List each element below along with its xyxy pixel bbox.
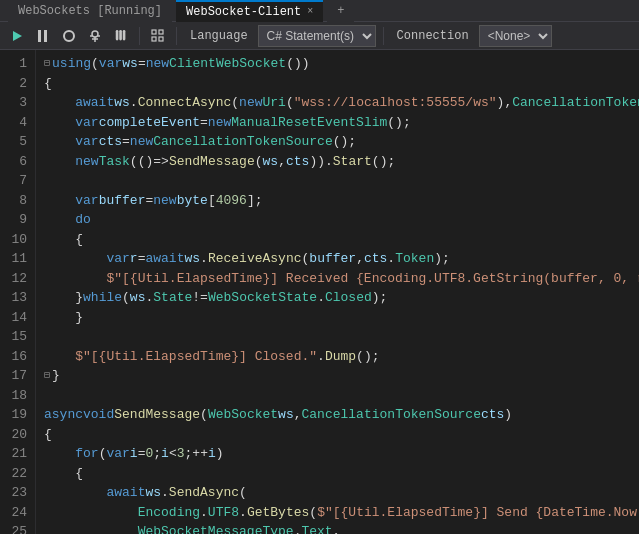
line-number-8: 8 [0,191,35,211]
connection-select[interactable]: <None> [479,25,552,47]
title-bar: WebSockets [Running] WebSocket-Client × … [0,0,639,22]
code-area[interactable]: ⊟using (var ws = new ClientWebSocket()){… [36,50,639,534]
tab-new[interactable]: + [327,0,354,22]
language-label: Language [184,29,254,43]
tab-websockets-label: WebSockets [Running] [18,4,162,18]
line-number-1: 1 [0,54,35,74]
code-line-5: var cts = new CancellationTokenSource(); [44,132,639,152]
collapse-icon-1[interactable]: ⊟ [44,54,50,74]
svg-rect-10 [119,29,122,40]
svg-rect-15 [159,37,163,41]
run-button[interactable] [6,25,28,47]
code-line-7 [44,171,639,191]
code-line-23: await ws.SendAsync( [44,483,639,503]
code-line-13: } while (ws.State != WebSocketState.Clos… [44,288,639,308]
line-number-21: 21 [0,444,35,464]
line-number-9: 9 [0,210,35,230]
new-tab-icon: + [337,4,344,18]
code-line-24: Encoding.UTF8.GetBytes($"[{Util.ElapsedT… [44,503,639,523]
svg-point-3 [64,31,74,41]
separator-2 [176,27,177,45]
code-line-25: WebSocketMessageType.Text, [44,522,639,534]
separator-3 [383,27,384,45]
line-number-7: 7 [0,171,35,191]
line-number-10: 10 [0,230,35,250]
line-number-25: 25 [0,522,35,534]
code-line-11: var r = await ws.ReceiveAsync(buffer, ct… [44,249,639,269]
line-number-24: 24 [0,503,35,523]
line-number-11: 11 [0,249,35,269]
cancel-button[interactable] [58,25,80,47]
code-line-16: $"[{Util.ElapsedTime}] Closed.".Dump(); [44,347,639,367]
code-line-9: do [44,210,639,230]
code-editor: 1234567891011121314151617181920212223242… [0,50,639,534]
svg-marker-0 [13,31,22,41]
svg-rect-11 [123,29,126,40]
language-select[interactable]: C# Statement(s) [258,25,376,47]
svg-point-4 [92,31,98,37]
code-line-14: } [44,308,639,328]
line-number-23: 23 [0,483,35,503]
code-line-21: for (var i = 0; i < 3; ++i) [44,444,639,464]
code-line-19: async void SendMessage(WebSocket ws, Can… [44,405,639,425]
connection-label: Connection [391,29,475,43]
svg-rect-9 [116,29,119,40]
line-number-6: 6 [0,152,35,172]
code-line-22: { [44,464,639,484]
toolbar: Language C# Statement(s) Connection <Non… [0,22,639,50]
code-line-20: { [44,425,639,445]
line-numbers: 1234567891011121314151617181920212223242… [0,50,36,534]
line-number-15: 15 [0,327,35,347]
attach-button[interactable] [110,25,132,47]
svg-rect-14 [152,37,156,41]
line-number-5: 5 [0,132,35,152]
debug-button[interactable] [84,25,106,47]
tab-websocket-client-label: WebSocket-Client [186,5,301,19]
code-line-17: ⊟} [44,366,639,386]
code-line-1: ⊟using (var ws = new ClientWebSocket()) [44,54,639,74]
line-number-13: 13 [0,288,35,308]
line-number-17: 17 [0,366,35,386]
line-number-3: 3 [0,93,35,113]
code-line-15 [44,327,639,347]
close-icon[interactable]: × [307,6,313,17]
separator-1 [139,27,140,45]
line-number-22: 22 [0,464,35,484]
line-number-19: 19 [0,405,35,425]
line-number-12: 12 [0,269,35,289]
code-line-6: new Task(() => SendMessage(ws, cts)).Sta… [44,152,639,172]
code-line-18 [44,386,639,406]
pause-button[interactable] [32,25,54,47]
line-number-4: 4 [0,113,35,133]
svg-rect-2 [44,30,47,42]
code-line-4: var completeEvent = new ManualResetEvent… [44,113,639,133]
code-line-8: var buffer = new byte[4096]; [44,191,639,211]
line-number-20: 20 [0,425,35,445]
code-line-10: { [44,230,639,250]
svg-rect-12 [152,30,156,34]
tab-websockets[interactable]: WebSockets [Running] [8,0,172,22]
code-line-12: $"[{Util.ElapsedTime}] Received {Encodin… [44,269,639,289]
tab-websocket-client[interactable]: WebSocket-Client × [176,0,323,22]
line-number-2: 2 [0,74,35,94]
line-number-18: 18 [0,386,35,406]
collapse-icon-17[interactable]: ⊟ [44,366,50,386]
svg-rect-1 [38,30,41,42]
svg-rect-13 [159,30,163,34]
line-number-16: 16 [0,347,35,367]
code-line-2: { [44,74,639,94]
code-line-3: await ws.ConnectAsync(new Uri("wss://loc… [44,93,639,113]
line-number-14: 14 [0,308,35,328]
grid-button[interactable] [147,25,169,47]
